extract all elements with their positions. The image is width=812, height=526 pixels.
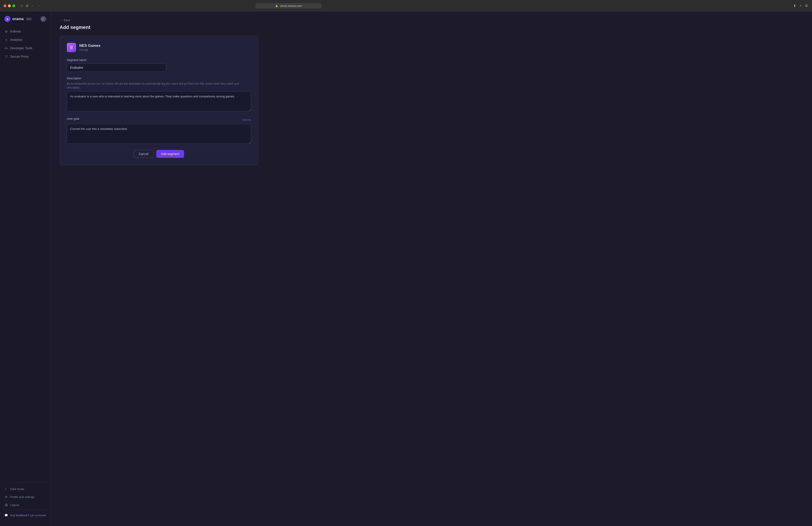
profile-settings-button[interactable]: ⚙ Profile and settings (2, 493, 49, 501)
user-avatar-button[interactable]: E (40, 16, 46, 22)
optional-badge: Optional (242, 118, 251, 121)
browser-nav-controls: ⬡ ⊟ ← → (20, 3, 41, 9)
cancel-button[interactable]: Cancel (134, 150, 154, 158)
secure-proxy-icon: 🛡 (4, 55, 8, 58)
sidebar-label-indexes: Indexes (10, 30, 21, 33)
analytics-icon: ∿ (4, 38, 8, 42)
app-name: NES Games (79, 43, 100, 48)
profile-settings-icon: ⚙ (4, 495, 8, 499)
logout-icon: ⏻ (4, 503, 8, 507)
logo-text: orama (12, 17, 24, 21)
sidebar-item-secure-proxy[interactable]: 🛡 Secure Proxy (2, 53, 49, 60)
browser-actions: ⬆ + ⧉ (792, 3, 809, 9)
button-row: Cancel Add segment (67, 150, 251, 158)
traffic-lights (3, 4, 15, 7)
sidebar-label-analytics: Analytics (10, 38, 23, 42)
dark-mode-icon: ☾ (4, 487, 8, 491)
app-container: o orama beta E ⊟ Indexes ∿ Analytics </>… (0, 12, 812, 526)
sidebar-label-secure-proxy: Secure Proxy (10, 55, 29, 58)
user-goal-label-row: User goal Optional (67, 117, 251, 122)
address-bar-container: 🔒 cloud.orama.com (256, 3, 366, 9)
back-link[interactable]: ← Back (60, 18, 70, 22)
user-goal-group: User goal Optional Convert the user into… (67, 117, 251, 145)
description-textarea[interactable]: An evaluator is a user who is interested… (67, 91, 251, 111)
add-segment-card: NES Games rest-api Segment name Descript… (60, 35, 258, 165)
minimize-traffic-light[interactable] (8, 4, 11, 7)
new-tab-button[interactable]: + (799, 3, 802, 9)
main-content: ← Back Add segment NES Games rest-api Se… (51, 12, 812, 526)
indexes-icon: ⊟ (4, 30, 8, 33)
feedback-link[interactable]: 💬 Any feedback? Let us know! (2, 511, 49, 519)
sidebar-nav: ⊟ Indexes ∿ Analytics </> Developer Tool… (0, 27, 50, 482)
browser-next-button[interactable]: → (36, 3, 41, 9)
share-button[interactable]: ⬆ (792, 3, 797, 9)
app-info: NES Games rest-api (79, 43, 100, 52)
browser-chrome: ⬡ ⊟ ← → 🔒 cloud.orama.com ⬆ + ⧉ (0, 0, 812, 12)
address-bar[interactable]: 🔒 cloud.orama.com (256, 3, 322, 9)
close-traffic-light[interactable] (3, 4, 6, 7)
address-text: cloud.orama.com (280, 4, 302, 8)
logo-area: o orama beta E (0, 16, 50, 27)
lock-icon: 🔒 (275, 4, 278, 7)
logout-label: Logout (10, 503, 19, 507)
back-link-label: Back (64, 18, 70, 22)
back-arrow-icon: ← (60, 18, 62, 22)
browser-prev-button[interactable]: ← (30, 3, 35, 9)
user-goal-textarea[interactable]: Convert the user into a newsletter subsc… (67, 124, 251, 144)
tabs-overview-button[interactable]: ⧉ (804, 3, 809, 9)
add-segment-button[interactable]: Add segment (156, 150, 184, 158)
sidebar-bottom: ☾ Dark mode ⚙ Profile and settings ⏻ Log… (0, 482, 50, 522)
beta-badge: beta (26, 17, 32, 20)
logo-icon: o (4, 16, 11, 22)
sidebar-item-indexes[interactable]: ⊟ Indexes (2, 27, 49, 35)
browser-back-button[interactable]: ⬡ (20, 3, 24, 9)
sidebar-item-developer-tools[interactable]: </> Developer Tools (2, 44, 49, 52)
sidebar: o orama beta E ⊟ Indexes ∿ Analytics </>… (0, 12, 51, 526)
description-label: Description (67, 76, 251, 80)
profile-settings-label: Profile and settings (10, 495, 35, 499)
app-icon (67, 43, 76, 52)
dark-mode-label: Dark mode (10, 487, 24, 491)
description-group: Description Be as exhaustive as you can,… (67, 76, 251, 112)
user-goal-label: User goal (67, 117, 79, 120)
logout-button[interactable]: ⏻ Logout (2, 501, 49, 509)
page-title: Add segment (60, 25, 803, 30)
app-type: rest-api (79, 48, 100, 52)
sidebar-label-developer-tools: Developer Tools (10, 46, 32, 50)
feedback-icon: 💬 (4, 513, 8, 517)
feedback-label: Any feedback? Let us know! (10, 514, 46, 517)
segment-name-label: Segment name (67, 58, 251, 61)
developer-tools-icon: </> (4, 46, 8, 50)
segment-name-group: Segment name (67, 58, 251, 72)
fullscreen-traffic-light[interactable] (12, 4, 15, 7)
card-header: NES Games rest-api (67, 43, 251, 52)
dark-mode-toggle[interactable]: ☾ Dark mode (2, 485, 49, 493)
segment-name-input[interactable] (67, 63, 166, 72)
sidebar-item-analytics[interactable]: ∿ Analytics (2, 36, 49, 44)
description-help-text: Be as exhaustive as you can, as Orama wi… (67, 82, 251, 90)
browser-sidebar-button[interactable]: ⊟ (25, 3, 29, 9)
